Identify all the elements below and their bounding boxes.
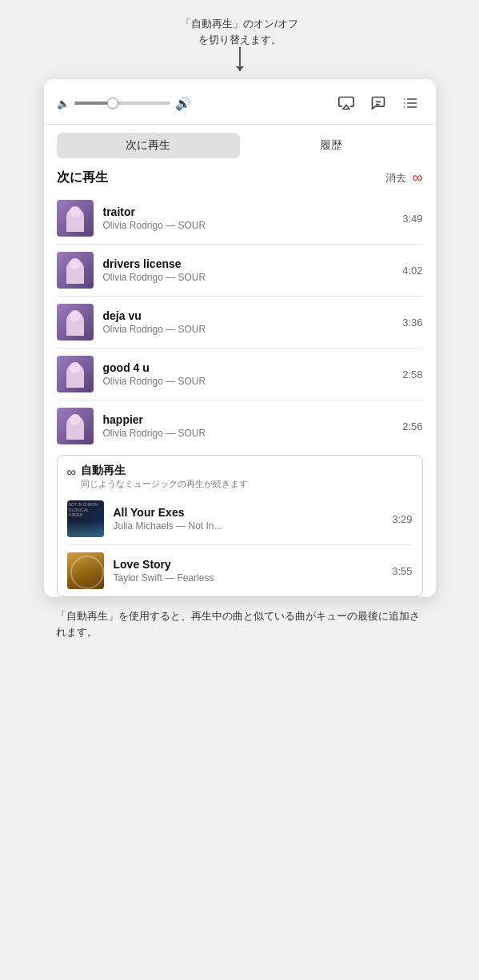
tabs: 次に再生 履歴 — [57, 133, 423, 158]
top-bar: 🔈 🔊 — [44, 79, 436, 125]
track-sub: Olivia Rodrigo — SOUR — [103, 272, 393, 283]
track-info: deja vu Olivia Rodrigo — SOUR — [103, 309, 393, 335]
autoplay-track-item[interactable]: All Your Exes Julia Michaels — Not In...… — [67, 493, 413, 545]
track-duration: 4:02 — [402, 265, 422, 277]
track-thumb — [67, 552, 104, 589]
volume-low-icon: 🔈 — [57, 98, 70, 110]
volume-slider-track[interactable] — [74, 102, 170, 105]
autoplay-infinity-icon: ∞ — [67, 465, 76, 480]
track-duration: 3:36 — [402, 317, 422, 329]
autoplay-track-item[interactable]: Love Story Taylor Swift — Fearless 3:55 — [67, 545, 413, 596]
svg-marker-0 — [342, 106, 349, 110]
track-duration: 2:58 — [402, 368, 422, 380]
track-name: Love Story — [114, 558, 383, 571]
track-name: All Your Exes — [114, 506, 383, 519]
autoplay-track-list: All Your Exes Julia Michaels — Not In...… — [67, 493, 413, 596]
tooltip-text: 「自動再生」のオン/オフ を切り替えます。 — [88, 16, 392, 47]
track-duration: 3:29 — [392, 513, 412, 525]
queue-track-item[interactable]: traitor Olivia Rodrigo — SOUR 3:49 — [57, 193, 423, 245]
autoplay-section: ∞ 自動再生 同じようなミュージックの再生が続きます All Your Exes… — [57, 455, 423, 597]
autoplay-subtitle: 同じようなミュージックの再生が続きます — [81, 478, 248, 490]
autoplay-toggle-icon[interactable]: ∞ — [413, 169, 423, 186]
bottom-caption: 「自動再生」を使用すると、再生中の曲と似ている曲がキューの最後に追加されます。 — [56, 608, 424, 639]
track-thumb — [57, 408, 94, 444]
tab-history[interactable]: 履歴 — [240, 133, 423, 158]
section-actions: 消去 ∞ — [385, 169, 423, 186]
autoplay-header: ∞ 自動再生 同じようなミュージックの再生が続きます — [67, 464, 413, 490]
queue-panel: 🔈 🔊 — [44, 79, 436, 597]
tooltip-area: 「自動再生」のオン/オフ を切り替えます。 — [88, 16, 392, 71]
track-info: happier Olivia Rodrigo — SOUR — [103, 413, 393, 439]
track-duration: 3:49 — [402, 213, 422, 225]
clear-button[interactable]: 消去 — [385, 171, 406, 185]
volume-high-icon: 🔊 — [175, 96, 191, 111]
top-icons — [333, 90, 423, 116]
track-thumb — [57, 252, 94, 289]
queue-section-header: 次に再生 消去 ∞ — [44, 158, 436, 193]
queue-track-item[interactable]: drivers license Olivia Rodrigo — SOUR 4:… — [57, 245, 423, 297]
tooltip-arrow — [239, 47, 241, 71]
autoplay-title: 自動再生 — [81, 464, 248, 478]
track-sub: Taylor Swift — Fearless — [114, 572, 383, 584]
airplay-button[interactable] — [333, 90, 359, 116]
track-name: drivers license — [103, 257, 393, 270]
track-sub: Julia Michaels — Not In... — [114, 520, 383, 532]
track-info: good 4 u Olivia Rodrigo — SOUR — [103, 361, 393, 387]
track-info: drivers license Olivia Rodrigo — SOUR — [103, 257, 393, 283]
queue-track-item[interactable]: good 4 u Olivia Rodrigo — SOUR 2:58 — [57, 349, 423, 400]
track-sub: Olivia Rodrigo — SOUR — [103, 324, 393, 335]
tab-next[interactable]: 次に再生 — [57, 133, 240, 158]
tooltip-line2: を切り替えます。 — [198, 34, 281, 46]
track-info: Love Story Taylor Swift — Fearless — [114, 558, 383, 584]
queue-list-button[interactable] — [397, 90, 423, 116]
volume-control: 🔈 🔊 — [57, 96, 333, 111]
track-sub: Olivia Rodrigo — SOUR — [103, 220, 393, 231]
track-info: traitor Olivia Rodrigo — SOUR — [103, 205, 393, 231]
track-duration: 2:56 — [402, 420, 422, 432]
track-sub: Olivia Rodrigo — SOUR — [103, 376, 393, 387]
queue-track-list: traitor Olivia Rodrigo — SOUR 3:49 drive… — [44, 193, 436, 452]
lyrics-button[interactable] — [365, 90, 391, 116]
queue-track-item[interactable]: happier Olivia Rodrigo — SOUR 2:56 — [57, 400, 423, 452]
track-thumb — [57, 356, 94, 392]
track-sub: Olivia Rodrigo — SOUR — [103, 428, 393, 439]
track-name: happier — [103, 413, 393, 426]
tooltip-line1: 「自動再生」のオン/オフ — [181, 18, 298, 30]
track-thumb — [57, 304, 94, 341]
track-name: deja vu — [103, 309, 393, 322]
volume-thumb[interactable] — [107, 98, 118, 109]
track-thumb — [57, 200, 94, 237]
track-info: All Your Exes Julia Michaels — Not In... — [114, 506, 383, 532]
queue-track-item[interactable]: deja vu Olivia Rodrigo — SOUR 3:36 — [57, 297, 423, 349]
autoplay-title-block: 自動再生 同じようなミュージックの再生が続きます — [81, 464, 248, 490]
queue-section-title: 次に再生 — [57, 169, 108, 186]
track-duration: 3:55 — [392, 565, 412, 577]
track-name: traitor — [103, 205, 393, 218]
track-name: good 4 u — [103, 361, 393, 374]
track-thumb — [67, 500, 104, 537]
